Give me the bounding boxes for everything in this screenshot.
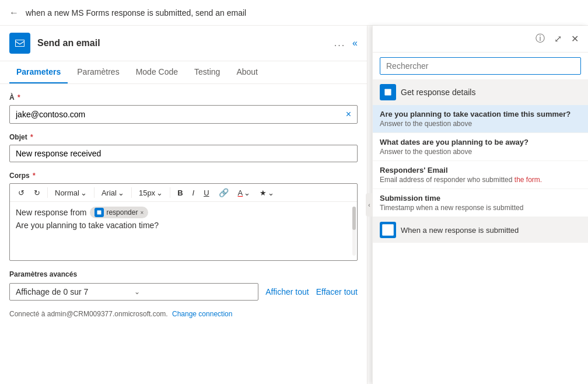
token-close[interactable]: ×	[140, 210, 144, 216]
section-header-get-response: Get response details	[373, 79, 588, 105]
select-chevron: ⌄	[134, 288, 253, 296]
scrollbar-thumb	[352, 207, 356, 230]
forms-footer-icon	[380, 222, 396, 238]
collapse-handle-icon: ‹	[368, 202, 370, 208]
right-panel: ⓘ ⤢ ✕ Get response details	[368, 26, 588, 384]
advanced-label: Paramètres avancés	[9, 270, 358, 278]
responder-token[interactable]: responder ×	[90, 207, 148, 218]
action-menu-button[interactable]: ...	[334, 38, 345, 48]
redo-button[interactable]: ↻	[30, 187, 44, 199]
footer-icon	[380, 222, 396, 238]
subject-input[interactable]	[9, 145, 358, 162]
size-chevron: ⌄	[156, 188, 163, 197]
rich-editor: ↺ ↻ Normal ⌄ Arial ⌄	[9, 183, 358, 261]
toolbar-divider-4	[170, 187, 170, 198]
svg-rect-0	[97, 211, 102, 215]
subject-required: *	[29, 133, 33, 141]
svg-rect-2	[382, 224, 394, 236]
flyout-header: ⓘ ⤢ ✕	[373, 26, 588, 53]
action-icon	[9, 33, 30, 54]
to-required: *	[16, 93, 20, 102]
toolbar-divider-3	[131, 187, 132, 198]
top-bar: ← when a new MS Forms response is submit…	[0, 0, 588, 26]
undo-button[interactable]: ↺	[15, 187, 28, 199]
flyout-list: Get response details Are you planning to…	[373, 79, 588, 384]
flyout-item-vacation[interactable]: Are you planning to take vacation time t…	[373, 105, 588, 133]
font-color-chevron: ⌄	[244, 188, 250, 197]
bold-button[interactable]: B	[174, 187, 186, 199]
flyout-item-submission-time[interactable]: Submission time Timestamp when a new res…	[373, 189, 588, 217]
expand-button[interactable]: ⤢	[552, 31, 564, 47]
font-select[interactable]: Arial ⌄	[98, 187, 128, 199]
main-layout: Send an email ... « Parameters Paramètre…	[0, 26, 588, 384]
flyout-item-email[interactable]: Responders' Email Email address of respo…	[373, 161, 588, 189]
highlight-chevron: ⌄	[268, 188, 274, 197]
editor-toolbar: ↺ ↻ Normal ⌄ Arial ⌄	[10, 184, 357, 202]
clear-all-button[interactable]: Effacer tout	[316, 287, 358, 296]
subject-label: Objet *	[9, 133, 358, 141]
editor-scrollbar[interactable]	[352, 207, 356, 256]
tabs-bar: Parameters Paramètres Mode Code Testing …	[0, 61, 367, 84]
close-button[interactable]: ✕	[569, 31, 581, 47]
change-connection-link[interactable]: Change connection	[172, 310, 232, 318]
highlight-button[interactable]: ★ ⌄	[256, 187, 278, 199]
section-icon	[380, 84, 396, 100]
flyout-collapse-handle[interactable]: ‹	[366, 193, 373, 217]
link-button[interactable]: 🔗	[215, 186, 232, 199]
italic-button[interactable]: I	[189, 187, 198, 199]
flyout-panel: ⓘ ⤢ ✕ Get response details	[372, 26, 588, 384]
tab-about[interactable]: About	[229, 61, 265, 83]
advanced-select[interactable]: Affichage de 0 sur 7 ⌄	[9, 283, 258, 301]
collapse-button[interactable]: «	[352, 38, 358, 48]
font-color-button[interactable]: A ⌄	[235, 187, 254, 199]
breadcrumb: when a new MS Forms response is submitte…	[26, 8, 246, 18]
to-label: À *	[9, 93, 358, 102]
subject-field-group: Objet *	[9, 133, 358, 162]
body-required: *	[31, 172, 36, 180]
to-input-wrapper: ×	[9, 105, 358, 124]
to-input[interactable]	[16, 110, 346, 119]
action-header: Send an email ... «	[0, 26, 367, 61]
style-chevron: ⌄	[80, 188, 87, 197]
back-button[interactable]: ←	[9, 8, 19, 18]
flyout-footer-item[interactable]: When a new response is submitted	[373, 217, 588, 243]
font-chevron: ⌄	[118, 188, 124, 197]
editor-line-1: New response from responder ×	[16, 207, 351, 218]
forms-icon	[96, 210, 102, 215]
underline-button[interactable]: U	[200, 187, 212, 199]
body-label: Corps *	[9, 172, 358, 180]
size-select[interactable]: 15px ⌄	[135, 187, 166, 199]
to-field-group: À * ×	[9, 93, 358, 124]
panel-body: À * × Objet * Corps *	[0, 84, 367, 384]
show-all-button[interactable]: Afficher tout	[265, 287, 309, 296]
token-icon	[94, 208, 104, 217]
forms-section-icon	[383, 88, 393, 97]
advanced-section: Paramètres avancés Affichage de 0 sur 7 …	[9, 270, 358, 301]
body-field-group: Corps * ↺ ↻ Normal ⌄ Arial	[9, 172, 358, 261]
svg-rect-1	[384, 89, 391, 95]
email-icon	[14, 37, 26, 49]
tab-parameters[interactable]: Parameters	[9, 61, 68, 83]
tab-parametres[interactable]: Paramètres	[70, 61, 126, 83]
toolbar-divider-1	[47, 187, 48, 198]
tab-code[interactable]: Mode Code	[129, 61, 185, 83]
search-input[interactable]	[380, 57, 581, 75]
left-panel: Send an email ... « Parameters Paramètre…	[0, 26, 368, 384]
connection-info: Connecté à admin@CRM009377.onmicrosoft.c…	[9, 310, 358, 318]
toolbar-divider-2	[94, 187, 94, 198]
action-title: Send an email	[37, 38, 334, 48]
info-button[interactable]: ⓘ	[533, 30, 547, 47]
style-select[interactable]: Normal ⌄	[51, 187, 90, 199]
editor-content[interactable]: New response from responder ×	[10, 202, 357, 260]
to-clear-button[interactable]: ×	[346, 109, 351, 120]
tab-testing[interactable]: Testing	[187, 61, 227, 83]
flyout-item-dates[interactable]: What dates are you planning to be away? …	[373, 133, 588, 161]
editor-line-2: Are you planning to take vacation time?	[16, 221, 351, 230]
